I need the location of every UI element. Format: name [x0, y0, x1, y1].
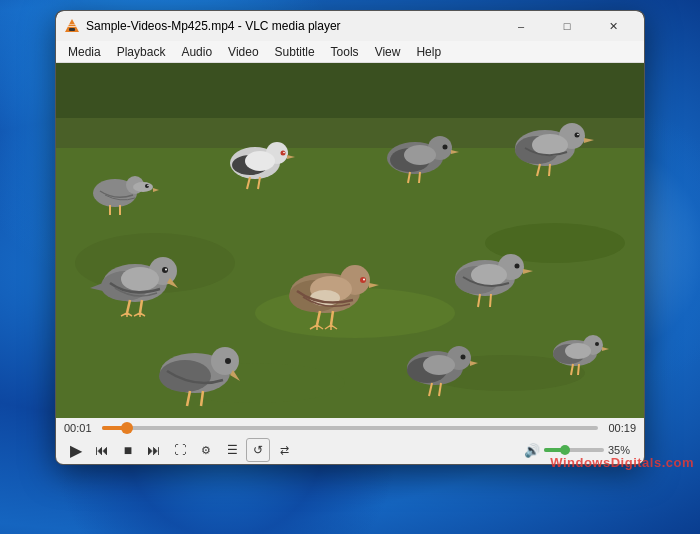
fullscreen-button[interactable]: ⛶	[168, 438, 192, 462]
svg-point-34	[443, 145, 448, 150]
svg-point-26	[281, 151, 286, 156]
menu-bar: Media Playback Audio Video Subtitle Tool…	[56, 41, 644, 63]
playlist-button[interactable]: ☰	[220, 438, 244, 462]
progress-thumb[interactable]	[121, 422, 133, 434]
svg-point-17	[133, 182, 153, 192]
video-area	[56, 63, 644, 418]
skip-forward-button[interactable]: ⏭	[142, 438, 166, 462]
maximize-button[interactable]: □	[544, 11, 590, 41]
svg-point-50	[165, 269, 167, 271]
menu-subtitle[interactable]: Subtitle	[267, 43, 323, 61]
svg-rect-1	[69, 28, 75, 31]
menu-tools[interactable]: Tools	[323, 43, 367, 61]
skip-back-button[interactable]: ⏮	[90, 438, 114, 462]
time-total: 00:19	[604, 422, 636, 434]
menu-media[interactable]: Media	[60, 43, 109, 61]
svg-point-25	[245, 151, 275, 171]
svg-point-41	[575, 133, 580, 138]
video-content	[56, 63, 644, 418]
progress-row: 00:01 00:19	[64, 422, 636, 434]
svg-point-19	[147, 185, 148, 186]
svg-point-66	[515, 264, 520, 269]
svg-point-58	[360, 277, 366, 283]
menu-playback[interactable]: Playback	[109, 43, 174, 61]
minimize-button[interactable]: –	[498, 11, 544, 41]
progress-bar[interactable]	[102, 426, 598, 430]
svg-point-85	[565, 343, 591, 359]
close-button[interactable]: ✕	[590, 11, 636, 41]
vlc-window: Sample-Videos-Mp425.mp4 - VLC media play…	[55, 10, 645, 465]
svg-line-68	[490, 294, 491, 307]
play-button[interactable]: ▶	[64, 438, 88, 462]
menu-help[interactable]: Help	[408, 43, 449, 61]
svg-point-71	[159, 360, 211, 392]
volume-bar[interactable]	[544, 448, 604, 452]
svg-point-48	[121, 267, 159, 291]
volume-icon: 🔊	[524, 443, 540, 458]
title-bar: Sample-Videos-Mp425.mp4 - VLC media play…	[56, 11, 644, 41]
svg-point-33	[404, 145, 436, 165]
svg-rect-2	[68, 26, 76, 27]
time-current: 00:01	[64, 422, 96, 434]
svg-rect-3	[69, 24, 75, 25]
svg-point-27	[283, 152, 285, 154]
watermark: WindowsDigitals.com	[544, 453, 700, 472]
window-title: Sample-Videos-Mp425.mp4 - VLC media play…	[86, 19, 498, 33]
svg-point-49	[162, 267, 168, 273]
svg-line-44	[549, 164, 550, 176]
random-button[interactable]: ⇄	[272, 438, 296, 462]
title-bar-controls: – □ ✕	[498, 11, 636, 41]
menu-audio[interactable]: Audio	[173, 43, 220, 61]
svg-point-86	[595, 342, 599, 346]
svg-line-88	[578, 364, 579, 375]
svg-point-72	[225, 358, 231, 364]
menu-view[interactable]: View	[367, 43, 409, 61]
loop-button[interactable]: ↺	[246, 438, 270, 462]
svg-line-36	[419, 172, 420, 183]
menu-video[interactable]: Video	[220, 43, 266, 61]
svg-point-42	[577, 134, 579, 136]
extended-settings-button[interactable]: ⚙	[194, 438, 218, 462]
svg-point-79	[461, 355, 466, 360]
svg-point-59	[363, 279, 365, 281]
svg-point-78	[423, 355, 455, 375]
vlc-icon	[64, 18, 80, 34]
stop-button[interactable]: ■	[116, 438, 140, 462]
